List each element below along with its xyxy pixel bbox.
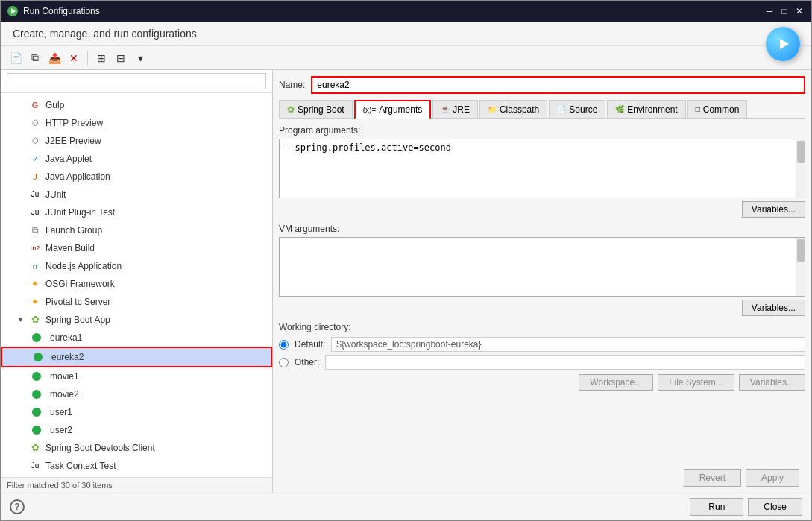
tree-item-pivotal[interactable]: ✦ Pivotal tc Server: [1, 293, 272, 311]
tree-item-osgi[interactable]: ✦ OSGi Framework: [1, 275, 272, 293]
tab-source[interactable]: 📄 Source: [549, 100, 605, 118]
export-button[interactable]: 📤: [45, 49, 63, 67]
toolbar: 📄 ⧉ 📤 ✕ ⊞ ⊟ ▾: [1, 46, 811, 70]
app-icon: [7, 5, 19, 17]
tree-item-http[interactable]: ⬡ HTTP Preview: [1, 114, 272, 132]
program-args-container: --spring.profiles.active=second: [279, 139, 805, 198]
subtitle-bar: Create, manage, and run configurations: [1, 22, 811, 46]
vm-args-label: VM arguments:: [279, 224, 805, 234]
program-args-scrollbar[interactable]: [796, 139, 805, 198]
duplicate-button[interactable]: ⧉: [26, 49, 44, 67]
search-input[interactable]: [7, 73, 266, 89]
close-button[interactable]: ✕: [793, 5, 805, 17]
tree-item-java-app[interactable]: J Java Application: [1, 168, 272, 186]
tree-item-java-applet[interactable]: ✓ Java Applet: [1, 150, 272, 168]
default-dir-value: ${workspace_loc:springboot-eureka}: [331, 337, 805, 352]
tabs-bar: ✿ Spring Boot (x)= Arguments ☕ JRE 📁 Cla…: [279, 100, 805, 119]
vm-args-variables-button[interactable]: Variables...: [742, 300, 805, 316]
movie1-icon: [31, 370, 43, 382]
tree-label: Maven Build: [45, 241, 95, 256]
expand-arrow-spring: ▾: [16, 312, 25, 327]
run-configurations-window: Run Configurations ─ □ ✕ Create, manage,…: [0, 0, 812, 521]
tree-item-user1[interactable]: user1: [1, 403, 272, 421]
window-controls: ─ □ ✕: [764, 5, 805, 17]
tab-spring-boot[interactable]: ✿ Spring Boot: [279, 100, 353, 118]
name-input[interactable]: [311, 76, 805, 94]
help-button[interactable]: ?: [10, 499, 25, 514]
delete-button[interactable]: ✕: [65, 49, 83, 67]
tree-item-eureka1[interactable]: eureka1: [1, 329, 272, 347]
close-dialog-button[interactable]: Close: [748, 498, 802, 516]
j2ee-icon: ⬡: [29, 135, 41, 147]
tree-item-nodejs[interactable]: n Node.js Application: [1, 257, 272, 275]
variables-button[interactable]: Variables...: [739, 374, 805, 391]
vm-args-scrollbar[interactable]: [796, 238, 805, 296]
program-args-input[interactable]: --spring.profiles.active=second: [280, 139, 805, 192]
tree-item-eureka2[interactable]: eureka2: [1, 347, 272, 367]
tree-item-spring-boot-app[interactable]: ▾ ✿ Spring Boot App: [1, 311, 272, 329]
workspace-button[interactable]: Workspace...: [579, 374, 653, 391]
tree-label: Java Application: [45, 169, 110, 184]
tree-item-devtools[interactable]: ✿ Spring Boot Devtools Client: [1, 439, 272, 457]
other-radio[interactable]: [279, 358, 289, 367]
tree-item-user2[interactable]: user2: [1, 421, 272, 439]
vm-args-section: VM arguments: Variables...: [279, 224, 805, 316]
menu-button[interactable]: ▾: [131, 49, 149, 67]
new-config-button[interactable]: 📄: [7, 49, 25, 67]
tree-item-launch-group[interactable]: ⧉ Launch Group: [1, 221, 272, 239]
apply-button[interactable]: Apply: [746, 469, 799, 487]
spring-boot-tab-icon: ✿: [287, 104, 295, 115]
revert-button[interactable]: Revert: [684, 469, 741, 487]
tree-area: G Gulp ⬡ HTTP Preview ⬡ J2EE Preview: [1, 93, 272, 477]
filesystem-button[interactable]: File System...: [658, 374, 734, 391]
tab-label: Arguments: [379, 104, 422, 115]
tab-jre[interactable]: ☕ JRE: [432, 100, 478, 118]
scrollbar-thumb: [797, 141, 805, 163]
tab-label: Environment: [627, 104, 677, 115]
tree-item-junit[interactable]: Ju JUnit: [1, 186, 272, 203]
vm-args-input[interactable]: [280, 238, 805, 290]
tree-label: eureka1: [50, 330, 82, 345]
tree-label: eureka2: [51, 350, 84, 364]
tab-environment[interactable]: 🌿 Environment: [607, 100, 685, 118]
tab-label: Source: [569, 104, 597, 115]
default-radio[interactable]: [279, 340, 289, 350]
run-play-icon[interactable]: [766, 27, 800, 61]
subtitle-text: Create, manage, and run configurations: [13, 28, 197, 40]
tree-item-movie1[interactable]: movie1: [1, 367, 272, 385]
right-panel: Name: ✿ Spring Boot (x)= Arguments ☕: [273, 70, 811, 493]
eureka1-icon: [31, 332, 43, 344]
svg-marker-2: [780, 39, 789, 49]
tree-item-movie2[interactable]: movie2: [1, 385, 272, 403]
tree-label: HTTP Preview: [45, 116, 103, 130]
tree-item-j2ee[interactable]: ⬡ J2EE Preview: [1, 132, 272, 150]
tree-label: user2: [50, 423, 72, 438]
tab-classpath[interactable]: 📁 Classpath: [479, 100, 547, 118]
tree-label: Spring Boot Devtools Client: [45, 441, 155, 455]
tree-label: movie1: [50, 369, 79, 384]
tree-item-gulp[interactable]: G Gulp: [1, 96, 272, 114]
run-button[interactable]: Run: [690, 498, 743, 516]
tree-item-task-context[interactable]: Ju Task Context Test: [1, 457, 272, 475]
common-tab-icon: □: [696, 105, 700, 113]
collapse-button[interactable]: ⊟: [112, 49, 130, 67]
tab-arguments[interactable]: (x)= Arguments: [354, 100, 432, 119]
maximize-button[interactable]: □: [778, 5, 790, 17]
filter-button[interactable]: ⊞: [92, 49, 110, 67]
default-radio-row: Default: ${workspace_loc:springboot-eure…: [279, 337, 805, 352]
window-bottom-bar: ? Run Close: [1, 493, 811, 520]
source-tab-icon: 📄: [557, 105, 566, 113]
other-dir-input[interactable]: [325, 355, 805, 370]
eureka2-icon: [32, 351, 44, 363]
run-close-buttons: Run Close: [690, 498, 802, 516]
java-applet-icon: ✓: [29, 153, 41, 165]
program-args-variables-button[interactable]: Variables...: [742, 201, 805, 218]
minimize-button[interactable]: ─: [764, 5, 775, 17]
java-app-icon: J: [29, 171, 41, 183]
search-box: [1, 70, 272, 93]
tab-common[interactable]: □ Common: [687, 100, 748, 118]
tree-item-junit-plugin[interactable]: Jü JUnit Plug-in Test: [1, 203, 272, 221]
tree-item-maven[interactable]: m2 Maven Build: [1, 239, 272, 257]
dir-buttons: Workspace... File System... Variables...: [279, 374, 805, 391]
scrollbar-thumb: [797, 239, 805, 262]
